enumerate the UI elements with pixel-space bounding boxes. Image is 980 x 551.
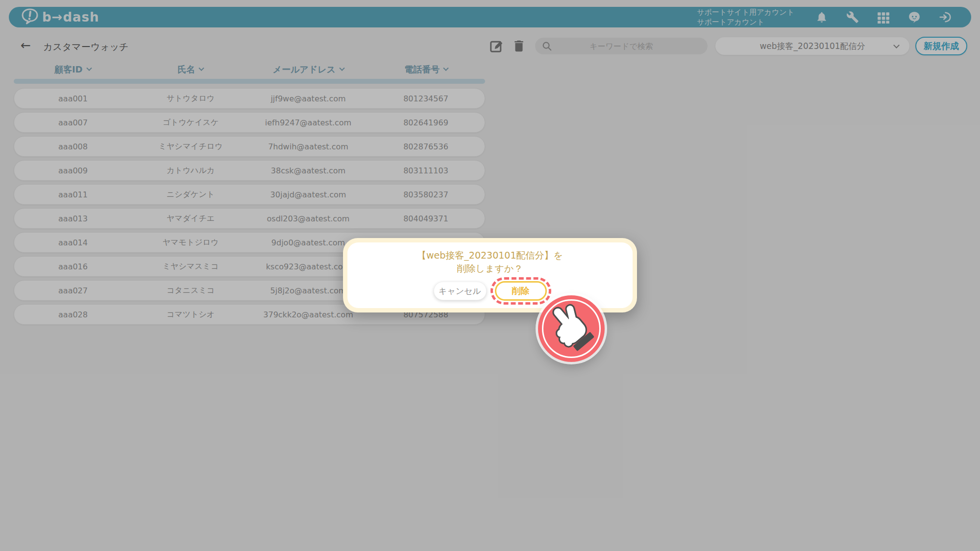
- modal-title-line-1: 【web接客_20230101配信分】を: [347, 249, 633, 262]
- modal-title-line-2: 削除しますか？: [347, 262, 633, 275]
- cancel-button[interactable]: キャンセル: [434, 282, 487, 300]
- pointing-hand-icon: [545, 301, 597, 353]
- tutorial-hand-cursor-badge: [538, 295, 605, 362]
- delete-button[interactable]: 削除: [495, 281, 547, 301]
- modal-inner: 【web接客_20230101配信分】を 削除しますか？ キャンセル 削除: [347, 242, 633, 308]
- delete-button-wrap: 削除: [495, 281, 547, 301]
